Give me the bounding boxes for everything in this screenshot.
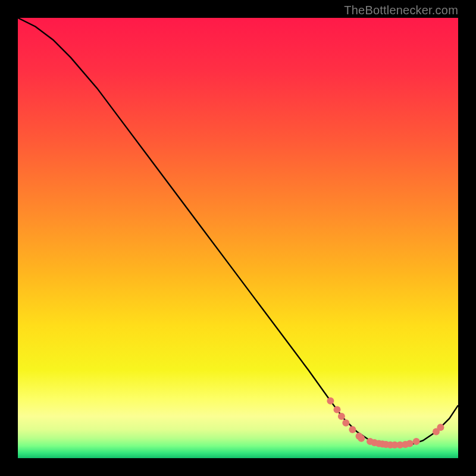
data-point (334, 406, 341, 414)
watermark-text: TheBottlenecker.com (344, 4, 458, 17)
data-point (406, 440, 414, 447)
data-point (349, 426, 356, 433)
data-point (338, 413, 345, 420)
data-point (413, 438, 420, 445)
chart-frame: TheBottlenecker.com (0, 0, 476, 476)
data-point (358, 435, 365, 442)
data-point (327, 397, 334, 405)
plot-area (18, 18, 458, 458)
curve-layer (18, 18, 458, 458)
bottleneck-curve (18, 18, 458, 445)
data-point (437, 424, 444, 431)
curve-markers (327, 397, 444, 449)
data-point (342, 419, 349, 427)
